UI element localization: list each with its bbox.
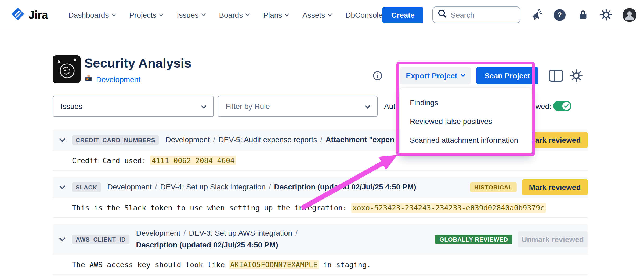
chevron-down-icon	[365, 103, 370, 109]
unmark-reviewed-button[interactable]: Unmark reviewed	[518, 231, 588, 247]
rule-filter-select[interactable]: Filter by Rule	[218, 96, 378, 117]
project-settings-gear-icon[interactable]	[570, 69, 583, 82]
collapse-chevron-icon[interactable]	[59, 136, 66, 142]
project-breadcrumb: Development	[84, 74, 140, 85]
export-dropdown-menu: Findings Reviewed false positives Scanne…	[400, 88, 532, 154]
chevron-down-icon	[461, 72, 465, 77]
nav-issues[interactable]: Issues	[177, 10, 205, 19]
navbar-icons: ?	[530, 8, 636, 22]
chevron-down-icon	[285, 12, 289, 16]
chevron-down-icon	[328, 12, 332, 16]
project-link[interactable]: Development	[96, 75, 140, 84]
chevron-down-icon	[111, 12, 116, 16]
collapse-chevron-icon[interactable]	[59, 183, 66, 189]
search-icon	[437, 9, 447, 21]
project-avatar	[53, 55, 81, 83]
announcement-icon[interactable]	[530, 8, 543, 21]
search-box	[432, 6, 520, 23]
show-reviewed-label-fragment: wed:	[536, 102, 551, 111]
finding-row: AWS_CLIENT_ID Development/DEV-3: Set up …	[53, 224, 588, 275]
nav-projects[interactable]: Projects	[129, 10, 163, 19]
finding-body: The AWS access key should look like AKIA…	[53, 255, 588, 275]
finding-body: This is the Slack token to use when sett…	[53, 198, 588, 218]
globally-reviewed-badge: GLOBALLY REVIEWED	[435, 235, 512, 244]
chevron-down-icon	[201, 12, 206, 16]
finding-row: SLACK Development/DEV-4: Set up Slack in…	[53, 177, 588, 218]
finding-header: SLACK Development/DEV-4: Set up Slack in…	[53, 177, 588, 198]
nav-dbconsole[interactable]: DbConsole	[345, 10, 383, 19]
chevron-down-icon	[245, 12, 250, 16]
issues-filter-select[interactable]: Issues	[53, 96, 214, 117]
auto-label-fragment: Aut	[384, 102, 395, 111]
mark-reviewed-button[interactable]: Mark reviewed	[522, 132, 588, 148]
jira-logo-icon	[11, 7, 25, 23]
chevron-down-icon	[201, 103, 207, 109]
nav-dashboards[interactable]: Dashboards	[68, 10, 115, 19]
lock-icon[interactable]	[576, 8, 589, 21]
menu-item-findings[interactable]: Findings	[400, 93, 532, 112]
finding-header: AWS_CLIENT_ID Development/DEV-3: Set up …	[53, 224, 588, 255]
secret-highlight: 4111 0062 2084 4604	[151, 156, 236, 165]
nav-boards[interactable]: Boards	[219, 10, 249, 19]
finding-breadcrumb: Development/DEV-5: Audit expense reports…	[165, 134, 394, 146]
secret-highlight: xoxo-523423-234243-234233-e039d02840a0b9…	[351, 203, 545, 213]
mark-reviewed-button[interactable]: Mark reviewed	[522, 179, 588, 195]
jira-logo-text: Jira	[28, 8, 48, 21]
user-avatar[interactable]	[623, 8, 636, 22]
nav-assets[interactable]: Assets	[302, 10, 331, 19]
scan-project-button[interactable]: Scan Project	[476, 67, 538, 84]
chevron-down-icon	[159, 12, 164, 16]
gear-icon[interactable]	[599, 8, 612, 21]
secret-highlight: AKIAIO5FODNN7EXAMPLE	[229, 260, 319, 269]
show-reviewed-toggle[interactable]	[553, 101, 571, 111]
rule-badge: CREDIT_CARD_NUMBERS	[72, 135, 159, 145]
page-title: Security Analysis	[84, 56, 191, 71]
rule-badge: SLACK	[72, 182, 101, 192]
top-navbar: Jira Dashboards Projects Issues Boards P…	[0, 0, 644, 30]
rule-badge: AWS_CLIENT_ID	[72, 235, 129, 244]
jira-logo[interactable]: Jira	[11, 7, 48, 23]
create-button[interactable]: Create	[383, 7, 423, 23]
info-icon[interactable]	[373, 71, 382, 81]
export-project-button[interactable]: Export Project	[400, 67, 471, 84]
menu-item-reviewed-false-positives[interactable]: Reviewed false positives	[400, 112, 532, 130]
main-nav: Dashboards Projects Issues Boards Plans …	[68, 10, 382, 19]
help-icon[interactable]: ?	[553, 8, 566, 21]
toggle-knob	[562, 102, 570, 110]
nav-plans[interactable]: Plans	[263, 10, 288, 19]
historical-badge: HISTORICAL	[470, 182, 517, 192]
finding-breadcrumb: Development/DEV-3: Set up AWS integratio…	[136, 228, 301, 251]
collapse-chevron-icon[interactable]	[59, 235, 66, 241]
menu-item-scanned-attachment-information[interactable]: Scanned attachment information	[400, 130, 532, 149]
search-input[interactable]	[451, 10, 516, 19]
development-project-icon	[84, 74, 93, 85]
detail-panel-icon[interactable]	[549, 70, 563, 82]
finding-breadcrumb: Development/DEV-4: Set up Slack integrat…	[107, 181, 416, 193]
page: Jira Dashboards Projects Issues Boards P…	[0, 0, 644, 278]
